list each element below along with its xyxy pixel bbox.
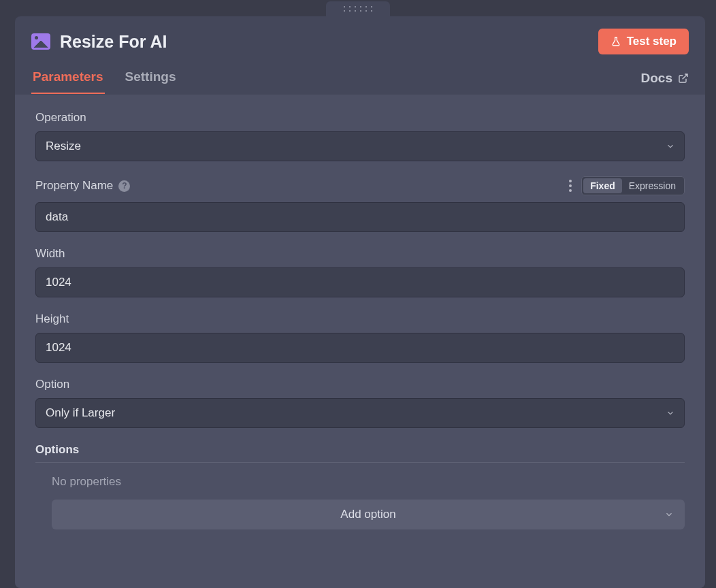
title-wrap: Resize For AI bbox=[31, 32, 167, 52]
image-icon bbox=[31, 33, 50, 50]
panel-body: Operation Resize Property Name ? F bbox=[15, 95, 705, 588]
property-name-menu-button[interactable] bbox=[566, 177, 574, 195]
tabs: Parameters Settings bbox=[31, 63, 177, 94]
width-input[interactable] bbox=[35, 267, 685, 297]
add-option-label: Add option bbox=[340, 508, 395, 521]
height-input[interactable] bbox=[35, 333, 685, 363]
panel-header: Resize For AI Test step bbox=[15, 16, 705, 63]
toggle-expression[interactable]: Expression bbox=[622, 178, 683, 193]
chevron-down-icon bbox=[664, 510, 674, 519]
option-select[interactable]: Only if Larger bbox=[35, 398, 685, 428]
property-name-controls: Fixed Expression bbox=[566, 176, 685, 195]
field-option: Option Only if Larger bbox=[35, 378, 685, 428]
property-name-label: Property Name ? bbox=[35, 179, 130, 193]
operation-label: Operation bbox=[35, 111, 86, 125]
docs-label: Docs bbox=[641, 71, 672, 86]
operation-select[interactable]: Resize bbox=[35, 131, 685, 161]
help-icon[interactable]: ? bbox=[118, 180, 130, 192]
field-width: Width bbox=[35, 247, 685, 297]
node-settings-panel: Resize For AI Test step Parameters Setti… bbox=[15, 16, 705, 588]
value-mode-toggle: Fixed Expression bbox=[581, 176, 685, 195]
height-label: Height bbox=[35, 312, 69, 326]
property-name-input[interactable] bbox=[35, 202, 685, 232]
panel-title: Resize For AI bbox=[60, 32, 167, 52]
tab-parameters[interactable]: Parameters bbox=[31, 63, 105, 94]
test-step-button[interactable]: Test step bbox=[598, 29, 689, 54]
toggle-fixed[interactable]: Fixed bbox=[583, 178, 622, 193]
field-operation: Operation Resize bbox=[35, 111, 685, 161]
options-section-header: Options bbox=[35, 443, 685, 463]
test-step-label: Test step bbox=[627, 35, 677, 48]
tabs-row: Parameters Settings Docs bbox=[15, 63, 705, 95]
field-property-name: Property Name ? Fixed Expression bbox=[35, 176, 685, 232]
add-option-button[interactable]: Add option bbox=[52, 500, 685, 529]
width-label: Width bbox=[35, 247, 65, 261]
external-link-icon bbox=[678, 73, 689, 84]
field-height: Height bbox=[35, 312, 685, 363]
property-name-label-text: Property Name bbox=[35, 179, 113, 193]
docs-link[interactable]: Docs bbox=[641, 71, 689, 86]
options-empty-text: No properties bbox=[35, 463, 685, 500]
grip-dots-icon bbox=[344, 6, 372, 12]
flask-icon bbox=[611, 36, 621, 47]
option-label: Option bbox=[35, 378, 69, 391]
tab-settings[interactable]: Settings bbox=[124, 63, 178, 94]
drag-handle[interactable] bbox=[326, 1, 390, 16]
